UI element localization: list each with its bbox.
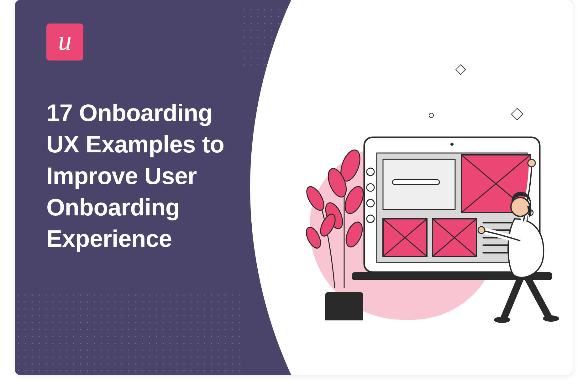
- wireframe-block-icon: [383, 219, 427, 256]
- hero-card: u 17 Onboarding UX Examples to Improve U…: [15, 0, 573, 375]
- svg-point-31: [494, 317, 510, 323]
- page-title: 17 Onboarding UX Examples to Improve Use…: [46, 97, 247, 255]
- svg-point-12: [367, 199, 374, 207]
- svg-rect-15: [392, 180, 439, 185]
- camera-dot-icon: [450, 143, 454, 146]
- diamond-icon: [511, 108, 523, 120]
- wireframe-block-icon: [433, 219, 476, 256]
- dot-texture-bottom: [15, 292, 241, 375]
- laptop-icon: [352, 125, 567, 325]
- svg-point-13: [367, 215, 374, 223]
- brand-logo: u: [46, 24, 83, 61]
- brand-logo-glyph: u: [58, 27, 72, 54]
- svg-point-33: [528, 159, 535, 167]
- hero-illustration: [288, 44, 564, 357]
- diamond-icon: [455, 64, 466, 75]
- svg-point-32: [543, 315, 559, 322]
- svg-point-35: [511, 198, 530, 216]
- svg-point-5: [303, 184, 328, 213]
- svg-point-34: [478, 227, 485, 234]
- page-root: u 17 Onboarding UX Examples to Improve U…: [0, 0, 588, 385]
- wireframe-block-icon: [383, 159, 455, 209]
- circle-icon: [429, 113, 434, 118]
- svg-point-10: [367, 168, 374, 176]
- svg-point-11: [367, 184, 374, 191]
